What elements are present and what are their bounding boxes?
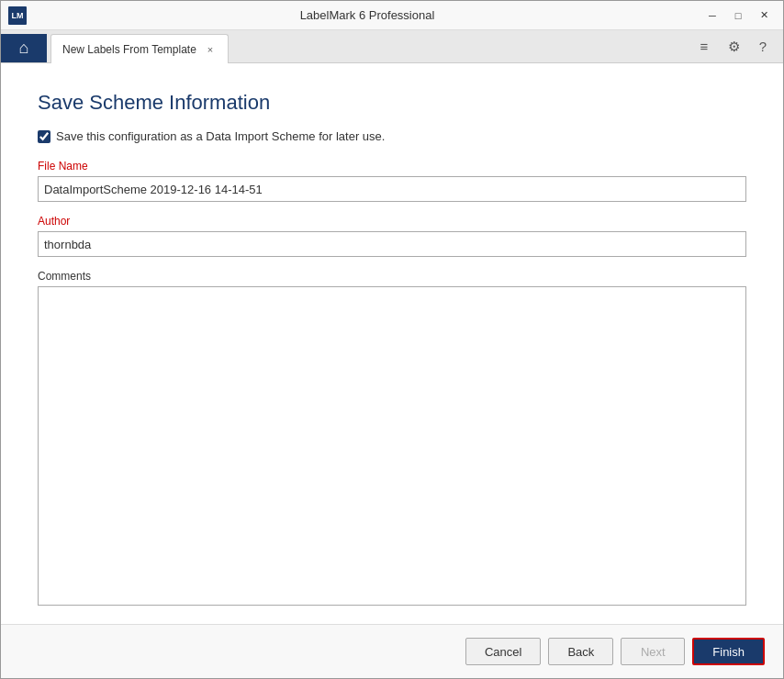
maximize-button[interactable]: □ (726, 6, 750, 25)
save-scheme-checkbox-row: Save this configuration as a Data Import… (38, 129, 746, 143)
finish-button[interactable]: Finish (692, 638, 765, 665)
tab-bar-actions: ≡ ⚙ ? (691, 34, 783, 62)
author-label: Author (38, 215, 746, 228)
main-content: Save Scheme Information Save this config… (1, 63, 783, 624)
tab-label: New Labels From Template (62, 43, 196, 56)
page-title: Save Scheme Information (38, 91, 746, 115)
app-logo: LM (8, 6, 27, 25)
comments-container: Comments (38, 270, 746, 606)
comments-label: Comments (38, 270, 746, 283)
comments-textarea[interactable] (38, 286, 746, 606)
tab-bar: ⌂ New Labels From Template × ≡ ⚙ ? (1, 30, 783, 63)
tab-close-button[interactable]: × (204, 42, 217, 57)
file-name-label: File Name (38, 160, 746, 173)
file-name-input[interactable] (38, 176, 746, 202)
cancel-button[interactable]: Cancel (465, 638, 541, 665)
help-icon-button[interactable]: ? (750, 34, 776, 60)
home-button[interactable]: ⌂ (1, 34, 47, 62)
minimize-button[interactable]: ─ (700, 6, 724, 25)
window-controls: ─ □ ✕ (700, 6, 776, 25)
filter-icon-button[interactable]: ≡ (691, 34, 717, 60)
save-scheme-label: Save this configuration as a Data Import… (56, 129, 385, 143)
window-title: LabelMark 6 Professional (34, 8, 700, 22)
settings-icon-button[interactable]: ⚙ (721, 34, 746, 60)
footer: Cancel Back Next Finish (1, 624, 783, 678)
next-button[interactable]: Next (621, 638, 685, 665)
title-bar: LM LabelMark 6 Professional ─ □ ✕ (1, 1, 783, 30)
author-input[interactable] (38, 231, 746, 257)
new-labels-tab[interactable]: New Labels From Template × (50, 34, 229, 63)
save-scheme-checkbox[interactable] (38, 130, 50, 143)
close-button[interactable]: ✕ (752, 6, 776, 25)
back-button[interactable]: Back (548, 638, 613, 665)
main-window: LM LabelMark 6 Professional ─ □ ✕ ⌂ New … (0, 0, 784, 679)
